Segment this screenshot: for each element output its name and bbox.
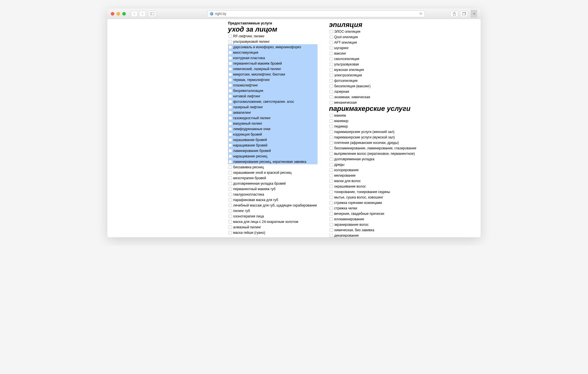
checkbox-item[interactable]: микротоки, миолифтинг, биотоки xyxy=(228,72,318,77)
checkbox-item[interactable]: нитивой лифтинг xyxy=(228,93,318,99)
checkbox-item[interactable]: выпрямление волос (кератиновое, перманен… xyxy=(329,151,417,156)
checkbox-icon[interactable] xyxy=(330,212,333,215)
checkbox-icon[interactable] xyxy=(229,220,232,223)
checkbox-item[interactable]: наращивание бровей xyxy=(228,142,318,148)
checkbox-icon[interactable] xyxy=(330,79,333,82)
checkbox-icon[interactable] xyxy=(229,122,232,125)
checkbox-icon[interactable] xyxy=(330,152,333,155)
checkbox-icon[interactable] xyxy=(229,204,232,207)
checkbox-icon[interactable] xyxy=(229,165,232,169)
checkbox-icon[interactable] xyxy=(330,130,333,134)
checkbox-item[interactable]: ламинирование ресниц, кератиновая завивк… xyxy=(228,159,318,164)
checkbox-icon[interactable] xyxy=(229,95,232,98)
checkbox-item[interactable]: окрашивание хной и краской ресниц xyxy=(228,170,318,175)
checkbox-item[interactable]: перманентный макияж бровей xyxy=(228,61,318,66)
checkbox-icon[interactable] xyxy=(330,101,333,104)
checkbox-item[interactable]: ламинирование бровей xyxy=(228,148,318,153)
checkbox-icon[interactable] xyxy=(330,201,333,205)
checkbox-item[interactable]: ваксинг xyxy=(329,51,417,56)
checkbox-item[interactable]: дарсонваль и ионофорез, микроинофорез xyxy=(228,44,318,50)
checkbox-item[interactable]: экранирование волос xyxy=(329,222,417,227)
checkbox-icon[interactable] xyxy=(330,217,333,221)
checkbox-item[interactable]: коррекция бровей xyxy=(228,132,318,137)
checkbox-icon[interactable] xyxy=(330,157,333,161)
checkbox-item[interactable]: биозавивка ресниц xyxy=(228,164,318,170)
checkbox-icon[interactable] xyxy=(229,105,232,109)
checkbox-icon[interactable] xyxy=(229,144,232,147)
checkbox-item[interactable]: лазерная xyxy=(329,89,417,94)
checkbox-icon[interactable] xyxy=(229,62,232,65)
checkbox-item[interactable]: парафиновая маска для губ xyxy=(228,197,318,203)
checkbox-icon[interactable] xyxy=(330,30,333,33)
checkbox-icon[interactable] xyxy=(330,114,333,117)
checkbox-icon[interactable] xyxy=(330,168,333,172)
checkbox-icon[interactable] xyxy=(330,136,333,139)
checkbox-item[interactable]: стрижка челки xyxy=(329,205,417,211)
checkbox-icon[interactable] xyxy=(229,111,232,114)
checkbox-item[interactable]: ультразвуковая xyxy=(329,61,417,67)
checkbox-icon[interactable] xyxy=(229,116,232,120)
checkbox-icon[interactable] xyxy=(229,127,232,131)
checkbox-item[interactable]: макияж xyxy=(329,113,417,118)
checkbox-item[interactable]: химическая, био завивка xyxy=(329,227,417,233)
checkbox-icon[interactable] xyxy=(229,209,232,213)
checkbox-item[interactable]: электроэпиляция xyxy=(329,72,417,78)
reload-icon[interactable]: ⟳ xyxy=(419,12,422,16)
checkbox-item[interactable]: парикмахерские услуги (мужской зал) xyxy=(329,134,417,140)
checkbox-icon[interactable] xyxy=(229,155,232,158)
checkbox-icon[interactable] xyxy=(229,133,232,136)
checkbox-item[interactable]: плазмолифтинг xyxy=(228,82,318,88)
checkbox-icon[interactable] xyxy=(330,119,333,123)
checkbox-item[interactable]: мытье, сушка волос, ковошинг xyxy=(329,194,417,200)
sidebar-toggle-button[interactable] xyxy=(148,11,156,17)
checkbox-item[interactable]: ЭЛОС-эпиляция xyxy=(329,29,417,34)
checkbox-item[interactable]: AFT-эпиляция xyxy=(329,40,417,45)
checkbox-item[interactable]: окрашивание волос xyxy=(329,184,417,189)
checkbox-item[interactable]: маникюр xyxy=(329,118,417,124)
checkbox-item[interactable]: энзимная, химическая xyxy=(329,94,417,100)
checkbox-icon[interactable] xyxy=(330,57,333,61)
checkbox-item[interactable]: педикюр xyxy=(329,124,417,129)
checkbox-icon[interactable] xyxy=(330,35,333,39)
checkbox-item[interactable]: окрашивание бровей xyxy=(228,137,318,142)
checkbox-icon[interactable] xyxy=(330,196,333,199)
checkbox-icon[interactable] xyxy=(330,141,333,144)
checkbox-item[interactable]: лимфодренажные очки xyxy=(228,126,318,132)
checkbox-item[interactable]: гиалуронопластика xyxy=(228,192,318,197)
checkbox-item[interactable]: химический, лазерный пилинг xyxy=(228,66,318,72)
checkbox-item[interactable]: газожидкостный пилинг xyxy=(228,115,318,121)
checkbox-icon[interactable] xyxy=(229,78,232,82)
checkbox-item[interactable]: аквапилинг xyxy=(228,110,318,115)
checkbox-item[interactable]: иллюминирование xyxy=(329,216,417,222)
checkbox-icon[interactable] xyxy=(330,74,333,77)
checkbox-item[interactable]: биоревитализация xyxy=(228,88,318,93)
checkbox-item[interactable]: вечерние, свадебные прически xyxy=(329,211,417,216)
checkbox-icon[interactable] xyxy=(229,149,232,153)
checkbox-icon[interactable] xyxy=(229,56,232,60)
checkbox-item[interactable]: парикмахерские услуги (женский зал) xyxy=(329,129,417,134)
checkbox-icon[interactable] xyxy=(229,215,232,218)
checkbox-icon[interactable] xyxy=(330,174,333,177)
checkbox-icon[interactable] xyxy=(330,84,333,88)
checkbox-icon[interactable] xyxy=(229,176,232,180)
checkbox-icon[interactable] xyxy=(330,52,333,55)
checkbox-icon[interactable] xyxy=(330,163,333,166)
checkbox-icon[interactable] xyxy=(229,225,232,229)
checkbox-item[interactable]: лазерный лифтинг xyxy=(228,104,318,110)
checkbox-icon[interactable] xyxy=(229,45,232,49)
checkbox-item[interactable]: смолоэпиляция xyxy=(329,56,417,61)
checkbox-item[interactable]: стрижка горячими ножницами xyxy=(329,200,417,205)
checkbox-icon[interactable] xyxy=(330,63,333,66)
minimize-icon[interactable] xyxy=(117,12,120,16)
checkbox-icon[interactable] xyxy=(330,41,333,44)
back-button[interactable]: ‹ xyxy=(131,11,138,17)
checkbox-item[interactable]: пилинг губ xyxy=(228,208,318,213)
tabs-button[interactable] xyxy=(460,11,468,17)
close-icon[interactable] xyxy=(111,12,114,16)
checkbox-item[interactable]: ультразвуковой пилинг xyxy=(228,39,318,44)
checkbox-item[interactable]: долговременная укладка xyxy=(329,156,417,162)
checkbox-item[interactable]: шугаринг xyxy=(329,45,417,51)
checkbox-icon[interactable] xyxy=(330,223,333,226)
checkbox-item[interactable]: термаж, термолифтинг xyxy=(228,77,318,82)
checkbox-icon[interactable] xyxy=(229,40,232,43)
